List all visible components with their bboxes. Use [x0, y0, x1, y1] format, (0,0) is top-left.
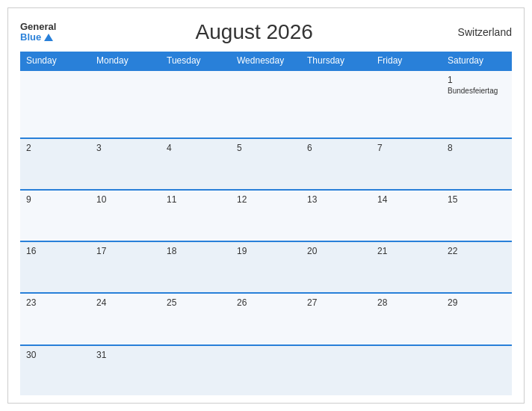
logo-triangle-icon [44, 34, 53, 41]
day-number: 20 [307, 246, 365, 256]
day-number: 6 [307, 143, 365, 153]
calendar-cell: 8 [442, 138, 512, 190]
day-number: 24 [96, 297, 155, 308]
calendar-cell: 10 [90, 190, 161, 241]
day-number: 8 [448, 143, 506, 153]
day-number: 30 [26, 350, 84, 360]
weekday-header-friday: Friday [371, 52, 442, 70]
calendar-body: 1Bundesfeiertag2345678910111213141516171… [20, 70, 512, 395]
country-name: Switzerland [452, 26, 512, 38]
calendar-table: SundayMondayTuesdayWednesdayThursdayFrid… [20, 52, 512, 395]
day-number: 3 [96, 143, 155, 153]
day-number: 10 [96, 194, 155, 205]
day-number: 4 [167, 143, 225, 153]
calendar-week-row: 9101112131415 [20, 190, 512, 241]
calendar-header-row: SundayMondayTuesdayWednesdayThursdayFrid… [20, 52, 512, 70]
calendar-cell: 9 [20, 190, 90, 241]
calendar-header: General Blue August 2026 Switzerland [20, 20, 512, 44]
day-number: 9 [26, 194, 84, 205]
logo: General Blue [20, 22, 56, 43]
day-number: 17 [96, 246, 155, 256]
calendar-cell [442, 345, 512, 395]
calendar-cell: 22 [442, 241, 512, 293]
calendar-cell [231, 345, 301, 395]
calendar-cell: 13 [301, 190, 371, 241]
event-label: Bundesfeiertag [448, 87, 506, 95]
logo-blue-text: Blue [20, 32, 56, 43]
day-number: 26 [237, 297, 295, 308]
weekday-header-saturday: Saturday [442, 52, 512, 70]
calendar-cell: 21 [371, 241, 442, 293]
day-number: 5 [237, 143, 295, 153]
calendar-cell: 18 [161, 241, 231, 293]
calendar-cell: 17 [90, 241, 161, 293]
calendar-cell: 4 [161, 138, 231, 190]
calendar-cell [371, 345, 442, 395]
day-number: 19 [237, 246, 295, 256]
day-number: 11 [167, 194, 225, 205]
day-number: 2 [26, 143, 84, 153]
calendar-cell [20, 70, 90, 138]
calendar-week-row: 16171819202122 [20, 241, 512, 293]
calendar-cell: 30 [20, 345, 90, 395]
calendar-cell: 14 [371, 190, 442, 241]
day-number: 16 [26, 246, 84, 256]
weekday-header-wednesday: Wednesday [231, 52, 301, 70]
calendar-cell [301, 345, 371, 395]
calendar-cell: 23 [20, 293, 90, 344]
calendar-container: General Blue August 2026 Switzerland Sun… [7, 7, 525, 404]
calendar-cell [90, 70, 161, 138]
logo-general-text: General [20, 22, 56, 32]
calendar-cell: 29 [442, 293, 512, 344]
calendar-cell: 25 [161, 293, 231, 344]
day-number: 29 [448, 297, 506, 308]
day-number: 27 [307, 297, 365, 308]
calendar-title: August 2026 [196, 20, 313, 44]
calendar-cell [161, 70, 231, 138]
calendar-cell: 3 [90, 138, 161, 190]
day-number: 7 [377, 143, 436, 153]
weekday-header-thursday: Thursday [301, 52, 371, 70]
day-number: 12 [237, 194, 295, 205]
calendar-week-row: 1Bundesfeiertag [20, 70, 512, 138]
calendar-cell: 16 [20, 241, 90, 293]
weekday-header-monday: Monday [90, 52, 161, 70]
calendar-cell: 6 [301, 138, 371, 190]
day-number: 23 [26, 297, 84, 308]
calendar-week-row: 3031 [20, 345, 512, 395]
calendar-cell: 15 [442, 190, 512, 241]
calendar-cell: 11 [161, 190, 231, 241]
calendar-cell: 1Bundesfeiertag [442, 70, 512, 138]
calendar-cell: 5 [231, 138, 301, 190]
day-number: 25 [167, 297, 225, 308]
calendar-cell: 24 [90, 293, 161, 344]
weekday-header-tuesday: Tuesday [161, 52, 231, 70]
calendar-cell: 19 [231, 241, 301, 293]
day-number: 21 [377, 246, 436, 256]
day-number: 15 [448, 194, 506, 205]
calendar-cell [161, 345, 231, 395]
calendar-cell: 12 [231, 190, 301, 241]
calendar-week-row: 2345678 [20, 138, 512, 190]
day-number: 31 [96, 350, 155, 360]
calendar-week-row: 23242526272829 [20, 293, 512, 344]
day-number: 18 [167, 246, 225, 256]
weekday-header-sunday: Sunday [20, 52, 90, 70]
weekday-header-row: SundayMondayTuesdayWednesdayThursdayFrid… [20, 52, 512, 70]
day-number: 1 [448, 75, 506, 85]
calendar-cell: 7 [371, 138, 442, 190]
day-number: 14 [377, 194, 436, 205]
calendar-cell [301, 70, 371, 138]
calendar-cell: 26 [231, 293, 301, 344]
calendar-cell: 27 [301, 293, 371, 344]
calendar-cell [371, 70, 442, 138]
calendar-cell: 31 [90, 345, 161, 395]
calendar-cell: 28 [371, 293, 442, 344]
day-number: 22 [448, 246, 506, 256]
day-number: 28 [377, 297, 436, 308]
calendar-cell: 2 [20, 138, 90, 190]
calendar-cell: 20 [301, 241, 371, 293]
calendar-cell [231, 70, 301, 138]
day-number: 13 [307, 194, 365, 205]
